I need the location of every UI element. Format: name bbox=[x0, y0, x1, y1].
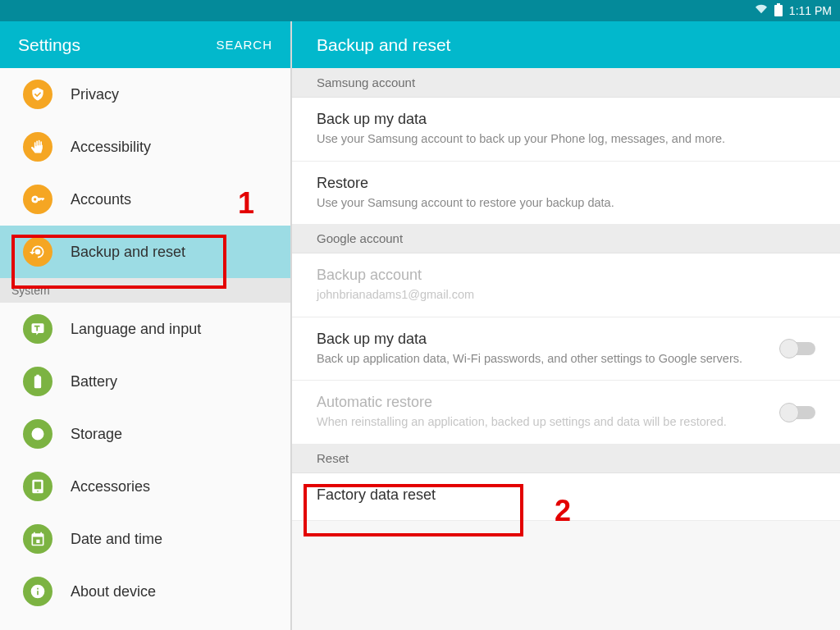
sidebar-section-system: System bbox=[0, 278, 290, 303]
sidebar-item-about[interactable]: About device bbox=[0, 565, 290, 618]
detail-title: Backup and reset bbox=[292, 21, 840, 68]
sidebar-item-battery[interactable]: Battery bbox=[0, 355, 290, 408]
wifi-icon bbox=[755, 3, 768, 18]
sidebar-item-label: Accessories bbox=[71, 478, 150, 495]
battery-icon bbox=[774, 5, 783, 16]
section-reset: Factory data reset bbox=[292, 473, 840, 521]
language-icon bbox=[23, 314, 52, 344]
item-title: Automatic restore bbox=[317, 394, 766, 411]
status-bar: 1:11 PM bbox=[0, 0, 840, 21]
sidebar-item-label: Date and time bbox=[71, 531, 162, 548]
item-google-auto-restore[interactable]: Automatic restore When reinstalling an a… bbox=[292, 381, 840, 444]
sidebar-item-label: Language and input bbox=[71, 321, 201, 338]
item-title: Restore bbox=[317, 175, 815, 192]
toggle-google-backup[interactable] bbox=[781, 342, 815, 355]
backup-icon bbox=[23, 237, 52, 267]
info-icon bbox=[23, 577, 52, 606]
privacy-icon bbox=[23, 80, 52, 109]
item-subtitle: Use your Samsung account to restore your… bbox=[317, 195, 815, 212]
item-google-backup-my-data[interactable]: Back up my data Back up application data… bbox=[292, 317, 840, 381]
sidebar-item-label: Accessibility bbox=[71, 139, 151, 156]
item-google-backup-account[interactable]: Backup account johnbrianadams1@gmail.com bbox=[292, 253, 840, 317]
sidebar-item-label: About device bbox=[71, 583, 156, 600]
toggle-auto-restore[interactable] bbox=[781, 406, 815, 419]
status-time: 1:11 PM bbox=[789, 4, 832, 17]
sidebar-item-accessibility[interactable]: Accessibility bbox=[0, 121, 290, 173]
tablet-icon bbox=[23, 472, 52, 501]
item-subtitle: johnbrianadams1@gmail.com bbox=[317, 287, 815, 304]
detail-panel: Backup and reset Samsung account Back up… bbox=[292, 21, 840, 630]
item-title: Back up my data bbox=[317, 111, 815, 128]
sidebar-item-label: Battery bbox=[71, 373, 117, 390]
section-header-samsung: Samsung account bbox=[292, 68, 840, 98]
sidebar-header: Settings SEARCH bbox=[0, 21, 290, 68]
sidebar-item-label: Accounts bbox=[71, 191, 131, 208]
sidebar-item-label: Privacy bbox=[71, 86, 119, 103]
hand-icon bbox=[23, 132, 52, 162]
search-button[interactable]: SEARCH bbox=[216, 38, 272, 52]
settings-sidebar: Settings SEARCH Privacy Accessibility bbox=[0, 21, 292, 630]
sidebar-item-accounts[interactable]: Accounts bbox=[0, 173, 290, 226]
sidebar-item-label: Storage bbox=[71, 426, 122, 443]
sidebar-item-accessories[interactable]: Accessories bbox=[0, 460, 290, 513]
key-icon bbox=[23, 185, 52, 214]
item-subtitle: When reinstalling an application, backed… bbox=[317, 414, 766, 431]
battery-icon bbox=[23, 367, 52, 396]
sidebar-item-language[interactable]: Language and input bbox=[0, 303, 290, 355]
item-samsung-restore[interactable]: Restore Use your Samsung account to rest… bbox=[292, 162, 840, 225]
section-samsung: Back up my data Use your Samsung account… bbox=[292, 98, 840, 224]
calendar-icon bbox=[23, 524, 52, 554]
section-header-reset: Reset bbox=[292, 444, 840, 473]
item-samsung-backup-my-data[interactable]: Back up my data Use your Samsung account… bbox=[292, 98, 840, 162]
section-header-google: Google account bbox=[292, 224, 840, 253]
sidebar-item-label: Backup and reset bbox=[71, 244, 185, 261]
sidebar-item-privacy[interactable]: Privacy bbox=[0, 68, 290, 121]
sidebar-item-storage[interactable]: Storage bbox=[0, 408, 290, 460]
item-title: Back up my data bbox=[317, 331, 766, 348]
item-subtitle: Use your Samsung account to back up your… bbox=[317, 131, 815, 148]
item-title: Factory data reset bbox=[317, 486, 815, 504]
item-factory-data-reset[interactable]: Factory data reset bbox=[292, 473, 840, 521]
sidebar-item-backup-and-reset[interactable]: Backup and reset bbox=[0, 226, 290, 278]
sidebar-item-date-time[interactable]: Date and time bbox=[0, 513, 290, 565]
storage-icon bbox=[23, 419, 52, 449]
item-title: Backup account bbox=[317, 267, 815, 284]
sidebar-list: Privacy Accessibility Accounts Backup an… bbox=[0, 68, 290, 618]
item-subtitle: Back up application data, Wi-Fi password… bbox=[317, 351, 766, 368]
section-google: Backup account johnbrianadams1@gmail.com… bbox=[292, 253, 840, 444]
sidebar-title: Settings bbox=[18, 35, 80, 55]
